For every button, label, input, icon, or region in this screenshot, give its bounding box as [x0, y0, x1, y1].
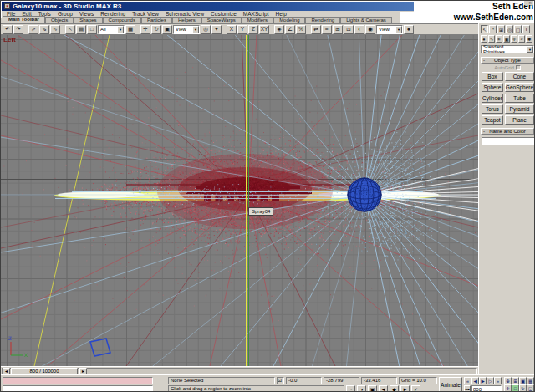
current-frame-field[interactable] [471, 385, 502, 392]
box-button[interactable]: Box [482, 72, 503, 81]
dropdown-arrow-icon[interactable]: ▼ [192, 26, 199, 33]
autogrid-checkbox[interactable] [516, 65, 521, 70]
tab-objects[interactable]: Objects [45, 17, 74, 23]
viewport-label[interactable]: Left [3, 36, 16, 43]
window-controls[interactable]: ▫ ✕ [524, 1, 533, 5]
select-and-rotate-button[interactable]: ↻ [151, 25, 161, 34]
cylinder-button[interactable]: Cylinder [482, 94, 503, 103]
dropdown-arrow-icon[interactable]: ▼ [117, 26, 124, 33]
unlink-selection-button[interactable]: ⇘ [39, 25, 49, 34]
torus-button[interactable]: Torus [482, 104, 503, 114]
next-frame-button[interactable]: ▷ [487, 377, 494, 384]
select-object-button[interactable]: ↖ [65, 25, 75, 34]
selection-lock-icon[interactable]: ⊡ [277, 377, 284, 384]
plane-button[interactable]: Plane [505, 115, 534, 125]
tab-modifiers[interactable]: Modifiers [242, 17, 273, 23]
previous-frame-button[interactable]: ◀ [471, 377, 479, 384]
sphere-button[interactable]: Sphere [482, 83, 503, 92]
tab-main-toolbar[interactable]: Main Toolbar [3, 16, 45, 23]
select-and-move-button[interactable]: ✛ [140, 25, 150, 34]
tab-spacewarps[interactable]: SpaceWarps [201, 17, 242, 23]
use-pivot-point-center-button[interactable]: ◎ [201, 25, 211, 34]
cone-button[interactable]: Cone [505, 72, 534, 81]
hierarchy-tab[interactable]: ⊞ [497, 25, 505, 33]
motion-tab[interactable]: ◎ [506, 25, 513, 33]
restrict-to-z-button[interactable]: Z [248, 25, 258, 34]
primitive-type-dropdown[interactable]: Standard Primitives ▼ [481, 45, 534, 53]
restrict-to-y-button[interactable]: Y [237, 25, 247, 34]
rectangular-selection-region-button[interactable]: □ [87, 25, 97, 34]
modify-tab[interactable]: ◔ [489, 25, 497, 33]
select-and-uniform-scale-button[interactable]: ▣ [162, 25, 172, 34]
spacewarps-category[interactable]: ≈ [518, 35, 525, 43]
render-type-dropdown[interactable]: View▼ [376, 25, 403, 34]
open-track-view-button[interactable]: ⊞ [333, 25, 343, 34]
material-editor-button[interactable]: ◐ [354, 25, 364, 34]
create-tab[interactable]: ↖ [481, 25, 488, 33]
tab-compounds[interactable]: Compounds [103, 17, 141, 23]
tube-button[interactable]: Tube [505, 94, 534, 103]
systems-category[interactable]: ✱ [526, 35, 532, 43]
geosphere-button[interactable]: GeoSphere [505, 83, 534, 92]
snap-toggle[interactable]: ◑ [357, 385, 366, 392]
degradation-override-toggle[interactable]: ◔ [346, 385, 355, 392]
key-filter-toggle[interactable]: ► [400, 385, 410, 392]
cameras-category[interactable]: ▣ [503, 35, 510, 43]
selection-filter-dropdown[interactable]: All▼ [98, 25, 125, 34]
quick-render-button[interactable]: ● [404, 25, 414, 34]
angle-snap-toggle-button[interactable]: ∠ [285, 25, 295, 34]
tab-helpers[interactable]: Helpers [172, 17, 201, 23]
object-type-rollout-header[interactable]: - Object Type [481, 57, 534, 64]
object-name-field[interactable] [482, 137, 535, 145]
zoom-extents-button[interactable]: ▣ [519, 377, 527, 384]
bind-to-space-warp-button[interactable]: ∿ [50, 25, 60, 34]
dropdown-arrow-icon[interactable]: ▼ [395, 26, 402, 33]
pyramid-button[interactable]: Pyramid [505, 104, 534, 114]
display-tab[interactable]: ▢ [514, 25, 522, 33]
viewport-canvas[interactable] [1, 35, 478, 366]
snap-toggle-3d-button[interactable]: ◈ [274, 25, 284, 34]
name-color-rollout-header[interactable]: - Name and Color [481, 128, 534, 135]
angle-snap-status-toggle[interactable]: ▣ [368, 385, 377, 392]
helpers-category[interactable]: ✛ [511, 35, 517, 43]
mirror-button[interactable]: ⇄ [311, 25, 321, 34]
tab-modeling[interactable]: Modeling [273, 17, 305, 23]
select-by-name-button[interactable]: ▤ [76, 25, 86, 34]
play-animation-button[interactable]: ▶ [479, 377, 487, 384]
utilities-tab[interactable]: T [522, 25, 530, 33]
tab-rendering[interactable]: Rendering [305, 17, 340, 23]
window-crossing-toggle-button[interactable]: ▦ [125, 25, 135, 34]
open-schematic-view-button[interactable]: ⊡ [344, 25, 354, 34]
key-mode-toggle[interactable]: ⊶ [464, 385, 471, 392]
restrict-to-xy-plane-button[interactable]: XY [259, 25, 269, 34]
redo-button[interactable]: ↷ [13, 25, 23, 34]
teapot-button[interactable]: Teapot [482, 115, 503, 125]
go-to-end-button[interactable]: » [494, 377, 502, 384]
restrict-to-x-button[interactable]: X [227, 25, 237, 34]
reference-coordinate-system-dropdown[interactable]: View▼ [173, 25, 200, 34]
arc-rotate-button[interactable]: ↻ [519, 384, 527, 392]
time-slider-handle[interactable]: 800 / 100000 [11, 368, 78, 374]
shapes-category[interactable]: ∿ [488, 35, 495, 43]
tab-shapes[interactable]: Shapes [74, 17, 102, 23]
time-slider-left-arrow[interactable]: ◄ [3, 368, 10, 374]
select-and-manipulate-button[interactable]: ✦ [211, 25, 222, 34]
percent-snap-toggle-button[interactable]: % [296, 25, 306, 34]
lights-category[interactable]: ☀ [496, 35, 502, 43]
region-zoom-button[interactable]: □ [512, 384, 519, 392]
min-max-toggle-button[interactable]: ◱ [527, 384, 534, 392]
go-to-start-button[interactable]: « [464, 377, 471, 384]
zoom-button[interactable]: ⊕ [504, 377, 512, 384]
align-button[interactable]: ≡ [322, 25, 332, 34]
undo-button[interactable]: ↶ [3, 25, 13, 34]
pan-button[interactable]: ✛ [504, 384, 512, 392]
tab-particles[interactable]: Particles [141, 17, 172, 23]
select-and-link-button[interactable]: ⇗ [28, 25, 38, 34]
track-bar-key-toggle[interactable]: ✓ [411, 385, 420, 392]
render-scene-button[interactable]: ◉ [365, 25, 375, 34]
spinner-snap-toggle[interactable]: ◆ [390, 385, 399, 392]
percent-snap-status-toggle[interactable]: ◄ [379, 385, 388, 392]
dropdown-arrow-icon[interactable]: ▼ [527, 46, 533, 53]
maxscript-listener-field[interactable] [3, 377, 153, 384]
zoom-extents-all-button[interactable]: ▦ [527, 377, 534, 384]
